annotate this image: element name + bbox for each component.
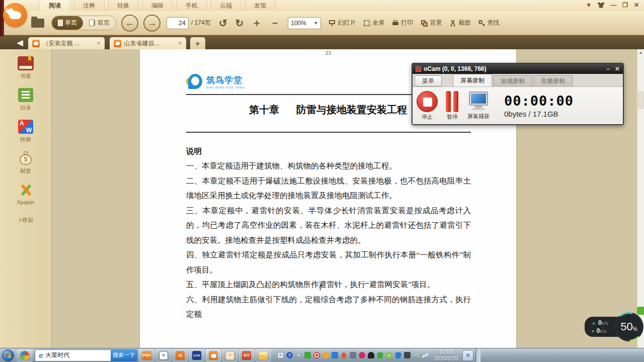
search-submit-button[interactable]: 搜索一下 xyxy=(111,349,137,361)
redo-icon[interactable]: ↻ xyxy=(235,17,244,29)
close-tab-icon[interactable]: × xyxy=(97,40,101,47)
menu-annotate[interactable]: 注释 xyxy=(73,0,105,12)
taskbar-clock[interactable]: 17:09 2020/2/20 xyxy=(434,349,458,362)
taskbar-app-notes[interactable]: ≡ xyxy=(222,349,237,361)
new-tab-button[interactable]: ＋ xyxy=(190,37,205,49)
close-tab-icon[interactable]: × xyxy=(179,40,182,47)
taskbar-app-colorful[interactable] xyxy=(17,349,32,361)
taskbar-search-bar[interactable]: e 火星时代 搜索一下 xyxy=(35,349,137,361)
windows-start-button[interactable] xyxy=(2,349,14,361)
satellite-icon[interactable] xyxy=(368,352,374,358)
blue-app-tray-icon[interactable] xyxy=(332,352,338,358)
screenshot-button[interactable]: 截图 xyxy=(449,19,470,27)
close-button[interactable]: ✕ xyxy=(634,2,639,9)
scrollbar-thumb[interactable] xyxy=(638,92,643,109)
sidebar-item-convert[interactable]: AW 转换 xyxy=(18,120,33,143)
menu-discover[interactable]: 发现 xyxy=(245,0,276,12)
sidebar-item-xpaper[interactable]: Xpaper xyxy=(17,183,34,205)
sidebar-item-wealth[interactable]: $ 财富 xyxy=(18,151,33,175)
usb-ok-icon[interactable] xyxy=(350,352,356,358)
network-signal-icon[interactable] xyxy=(422,352,429,358)
menu-read[interactable]: 阅读 xyxy=(39,0,70,12)
sidebar-item-bookmarks[interactable]: 书签 xyxy=(18,56,34,80)
volume-icon[interactable]: ◁ xyxy=(413,352,420,358)
taskbar-app-jisupdf[interactable] xyxy=(206,349,221,361)
ocam-app-icon xyxy=(416,66,421,72)
undo-icon[interactable]: ↺ xyxy=(219,17,227,29)
next-page-button[interactable]: → xyxy=(143,15,160,32)
flame-icon[interactable] xyxy=(341,352,347,358)
power-plug-icon[interactable] xyxy=(404,352,411,358)
double-page-button[interactable]: 双页 xyxy=(83,16,116,30)
taskbar-app-orange[interactable]: o| xyxy=(173,349,188,361)
collapse-sidebar-icon[interactable]: ◀ xyxy=(17,38,23,47)
page-number-input[interactable] xyxy=(167,17,189,29)
taskbar-app-cad[interactable]: CAD xyxy=(189,349,204,361)
scroll-up-arrow[interactable]: ▲ xyxy=(637,49,644,56)
menu-convert[interactable]: 转换 xyxy=(108,0,139,12)
restore-button[interactable]: ❐ xyxy=(622,2,628,9)
divider-line xyxy=(186,132,471,133)
input-indicator-icon[interactable]: ≡ xyxy=(277,352,284,358)
paragraph-5: 五、平屋顶上烟囱及凸起的构筑物所作避雷针，执行“避雷网安装”项目。 xyxy=(186,277,471,292)
pinwheel-icon[interactable] xyxy=(359,352,365,358)
menu-mobile[interactable]: 手机 xyxy=(176,0,207,12)
ocam-recording-icon[interactable] xyxy=(313,352,320,358)
zoom-in-icon[interactable]: ＋ xyxy=(252,16,262,30)
menu-edit[interactable]: 编辑 xyxy=(142,0,173,12)
background-button[interactable]: 背景 xyxy=(421,19,442,27)
menu-cloud[interactable]: 云端 xyxy=(210,0,242,12)
taskbar-app-pdf[interactable]: PDF xyxy=(139,349,154,361)
print-icon xyxy=(392,20,399,27)
hidden-icons-arrow[interactable]: ▲ xyxy=(295,352,302,358)
scissors-icon xyxy=(449,20,456,27)
usage-percent: 50% xyxy=(616,314,642,340)
print-button[interactable]: 打印 xyxy=(392,19,413,27)
document-tab-1[interactable]: （安装定额 ... × xyxy=(28,37,105,49)
minimize-button[interactable]: — xyxy=(610,2,616,9)
single-page-button[interactable]: 单页 xyxy=(52,16,83,30)
single-page-icon xyxy=(58,20,63,26)
ocam-window[interactable]: oCam (0, 0, 1366, 766) – ✕ 菜单 屏幕录制 游戏录制 … xyxy=(412,63,624,125)
app-logo[interactable] xyxy=(3,3,27,27)
blue-shield-icon[interactable] xyxy=(395,352,401,358)
ocam-menu-button[interactable]: 菜单 xyxy=(415,75,442,86)
ocam-title-bar[interactable]: oCam (0, 0, 1366, 766) – ✕ xyxy=(413,64,623,74)
stop-button[interactable]: 停止 xyxy=(417,91,438,121)
show-desktop-button[interactable] xyxy=(475,348,480,362)
slideshow-button[interactable]: 幻灯片 xyxy=(329,19,356,27)
taskbar-app-excel[interactable]: X xyxy=(156,349,171,361)
elephant-trunk xyxy=(6,8,9,13)
green-shield-icon[interactable] xyxy=(377,352,383,358)
usb-icon[interactable] xyxy=(304,352,311,358)
skin-icon[interactable] xyxy=(598,3,604,8)
sidebar-collapse-button[interactable]: ∧收起 xyxy=(18,216,33,224)
prev-page-button[interactable]: ← xyxy=(121,15,138,32)
fullscreen-button[interactable]: 全屏 xyxy=(363,19,384,27)
zoom-level-select[interactable]: 100% ▼ xyxy=(288,17,321,29)
vertical-scrollbar[interactable]: ▲ xyxy=(637,49,644,348)
find-button[interactable]: 查找 xyxy=(478,19,499,27)
ime-icon[interactable]: ≣ xyxy=(462,350,473,361)
memory-usage-ball[interactable]: 50% xyxy=(614,312,643,341)
screen-capture-button[interactable]: 屏幕捕获 xyxy=(467,92,490,120)
search-input-text[interactable]: 火星时代 xyxy=(45,351,111,359)
menu-dropdown-icon[interactable]: ▼ xyxy=(586,2,592,9)
security-orange-icon[interactable] xyxy=(323,352,329,358)
open-file-button[interactable] xyxy=(31,19,44,28)
pause-button[interactable]: 暂停 xyxy=(445,91,460,121)
help-icon[interactable]: ? xyxy=(286,352,293,358)
close-icon[interactable]: ✕ xyxy=(615,65,620,72)
zoom-out-icon[interactable]: － xyxy=(270,16,280,30)
tab-audio-record[interactable]: 音频录制 xyxy=(533,75,573,86)
paragraph-1: 一、本章定额适用于建筑物、构筑物的各种类型的接地工程。 xyxy=(186,158,471,173)
tab-title: （安装定额 ... xyxy=(43,39,94,48)
tab-screen-record[interactable]: 屏幕录制 xyxy=(453,74,492,86)
tab-game-record[interactable]: 游戏录制 xyxy=(493,75,532,86)
green-plus-icon[interactable]: + xyxy=(386,352,392,358)
minimize-icon[interactable]: – xyxy=(606,65,610,72)
document-tab-2[interactable]: 山东省建设... × xyxy=(110,37,186,49)
taskbar-app-powerpoint[interactable]: EO xyxy=(239,349,254,361)
sidebar-item-toc[interactable]: 目录 xyxy=(18,88,33,112)
taskbar-app-explorer[interactable] xyxy=(256,349,271,361)
